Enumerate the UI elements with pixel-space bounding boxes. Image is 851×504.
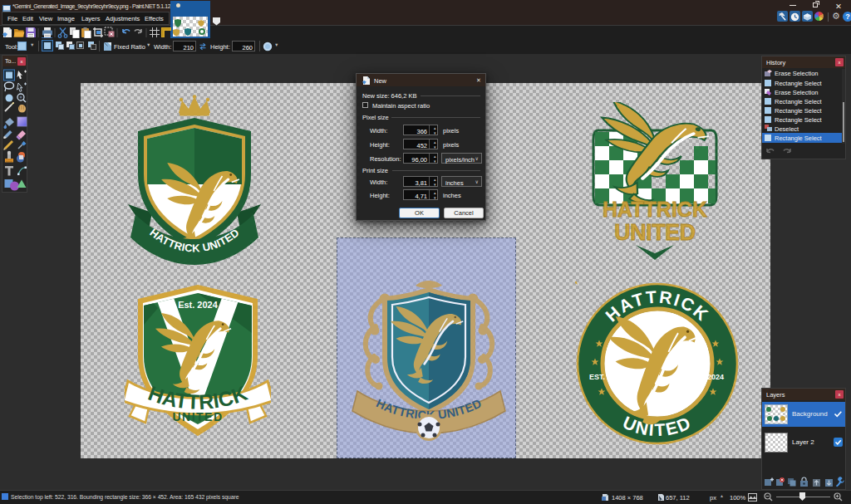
svg-text:HATTRICK: HATTRICK: [603, 198, 707, 221]
svg-text:2024: 2024: [707, 373, 724, 381]
svg-text:UNITED: UNITED: [172, 410, 223, 423]
svg-text:Est. 2024: Est. 2024: [178, 300, 219, 310]
svg-text:UNITED: UNITED: [614, 220, 696, 245]
svg-text:EST.: EST.: [589, 373, 605, 381]
